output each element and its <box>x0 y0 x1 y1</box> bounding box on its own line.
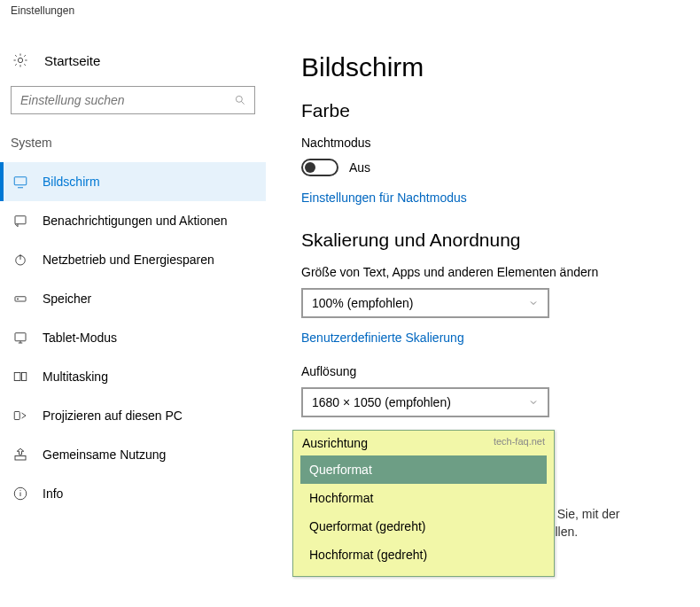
svg-point-9 <box>17 299 18 300</box>
sidebar-item-info[interactable]: Info <box>0 474 266 513</box>
svg-rect-3 <box>14 177 27 185</box>
page-title: Bildschirm <box>301 52 691 82</box>
sidebar-item-label: Projizieren auf diesen PC <box>43 409 183 423</box>
sidebar: Startseite System BildschirmBenachrichti… <box>0 17 266 541</box>
sidebar-item-label: Netzbetrieb und Energiesparen <box>43 253 214 267</box>
resolution-dropdown[interactable]: 1680 × 1050 (empfohlen) <box>301 387 549 417</box>
sidebar-item-share[interactable]: Gemeinsame Nutzung <box>0 435 266 474</box>
project-icon <box>11 408 30 424</box>
svg-rect-13 <box>14 373 20 381</box>
resolution-label: Auflösung <box>301 364 691 378</box>
sidebar-item-label: Bildschirm <box>43 175 100 189</box>
color-heading: Farbe <box>301 100 691 121</box>
night-mode-settings-link[interactable]: Einstellungen für Nachtmodus <box>301 191 467 205</box>
svg-rect-15 <box>14 412 19 420</box>
orientation-option[interactable]: Querformat <box>300 455 547 484</box>
svg-point-19 <box>19 490 20 491</box>
chevron-down-icon <box>528 397 539 408</box>
svg-point-0 <box>18 58 22 62</box>
info-icon <box>11 486 30 502</box>
sidebar-item-label: Speicher <box>43 292 91 306</box>
display-icon <box>11 174 30 190</box>
orientation-option[interactable]: Hochformat (gedreht) <box>300 541 547 569</box>
custom-scaling-link[interactable]: Benutzerdefinierte Skalierung <box>301 331 464 345</box>
home-label: Startseite <box>44 53 100 68</box>
svg-rect-16 <box>15 456 26 461</box>
share-icon <box>11 447 30 463</box>
gear-icon <box>11 52 30 68</box>
section-label: System <box>0 136 266 162</box>
resolution-value: 1680 × 1050 (empfohlen) <box>312 395 451 409</box>
orientation-dropdown-open[interactable]: Ausrichtung tech-faq.net QuerformatHochf… <box>292 430 555 577</box>
sidebar-item-tablet[interactable]: Tablet-Modus <box>0 318 266 357</box>
night-mode-state: Aus <box>349 160 370 175</box>
sidebar-item-label: Info <box>43 486 63 501</box>
power-icon <box>11 252 30 268</box>
sidebar-item-power[interactable]: Netzbetrieb und Energiesparen <box>0 240 266 279</box>
sidebar-item-label: Benachrichtigungen und Aktionen <box>43 214 228 228</box>
scaling-value: 100% (empfohlen) <box>312 296 413 310</box>
scaling-label: Größe von Text, Apps und anderen Element… <box>301 265 691 279</box>
sidebar-item-label: Multitasking <box>43 370 108 384</box>
scaling-heading: Skalierung und Anordnung <box>301 230 691 251</box>
sidebar-item-multitask[interactable]: Multitasking <box>0 357 266 396</box>
svg-rect-8 <box>15 297 26 301</box>
night-mode-toggle[interactable] <box>301 159 338 176</box>
search-input[interactable] <box>11 86 255 114</box>
tablet-icon <box>11 330 30 346</box>
svg-rect-5 <box>15 216 26 224</box>
orientation-option[interactable]: Hochformat <box>300 484 547 512</box>
window-title: Einstellungen <box>0 0 700 17</box>
watermark: tech-faq.net <box>494 436 545 450</box>
svg-rect-10 <box>15 333 26 341</box>
chevron-down-icon <box>528 298 539 308</box>
night-mode-label: Nachtmodus <box>301 136 691 150</box>
svg-point-1 <box>236 96 242 102</box>
orientation-label: Ausrichtung <box>302 436 368 450</box>
sidebar-item-notify[interactable]: Benachrichtigungen und Aktionen <box>0 201 266 240</box>
home-button[interactable]: Startseite <box>0 52 266 86</box>
sidebar-item-storage[interactable]: Speicher <box>0 279 266 318</box>
scaling-dropdown[interactable]: 100% (empfohlen) <box>301 288 549 318</box>
orientation-option[interactable]: Querformat (gedreht) <box>300 512 547 541</box>
notify-icon <box>11 213 30 229</box>
sidebar-item-label: Gemeinsame Nutzung <box>43 447 166 462</box>
sidebar-item-label: Tablet-Modus <box>43 331 117 345</box>
search-icon <box>234 94 246 106</box>
multitask-icon <box>11 369 30 385</box>
svg-line-2 <box>241 101 244 104</box>
sidebar-item-project[interactable]: Projizieren auf diesen PC <box>0 396 266 435</box>
sidebar-item-display[interactable]: Bildschirm <box>0 162 266 201</box>
storage-icon <box>11 291 30 307</box>
svg-rect-14 <box>22 373 27 381</box>
